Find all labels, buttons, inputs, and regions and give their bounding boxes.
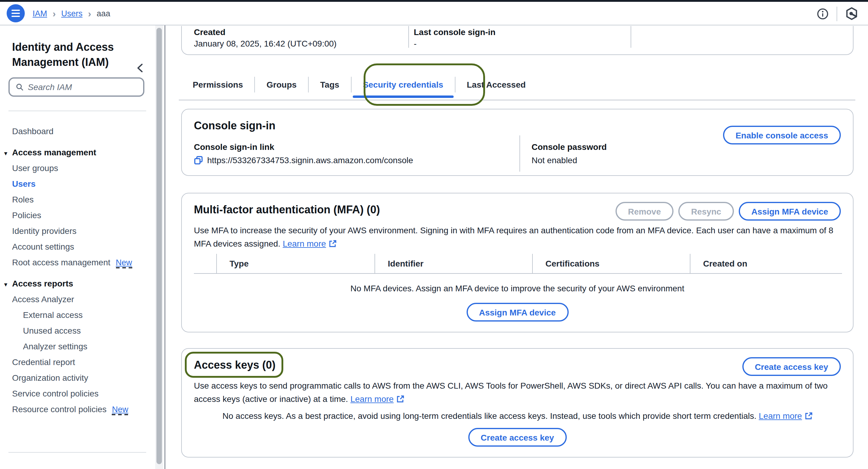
tabs-bottom-border xyxy=(179,100,855,100)
console-signin-card: Console sign-in Enable console access Co… xyxy=(181,109,854,176)
assign-mfa-device-button[interactable]: Assign MFA device xyxy=(739,202,841,221)
tab-permissions[interactable]: Permissions xyxy=(181,69,255,100)
mfa-col-type: Type xyxy=(216,254,374,273)
external-link-icon xyxy=(328,240,336,248)
sidebar-item-label: Resource control policies xyxy=(12,404,106,414)
last-signin-value: - xyxy=(414,39,496,48)
external-link-icon xyxy=(396,395,404,403)
mfa-learn-more-link[interactable]: Learn more xyxy=(283,239,336,248)
amazon-q-icon[interactable] xyxy=(845,7,858,21)
created-field: Created January 08, 2025, 16:42 (UTC+09:… xyxy=(194,27,336,48)
caret-down-icon xyxy=(3,275,8,293)
sidebar-item-identity-providers[interactable]: Identity providers xyxy=(0,223,151,239)
sidebar-item-account-settings[interactable]: Account settings xyxy=(0,239,151,255)
sidebar-section-label: Access reports xyxy=(12,279,73,288)
sidebar-scrollbar-thumb[interactable] xyxy=(156,28,162,464)
sidebar-item-unused-access[interactable]: Unused access xyxy=(0,323,151,339)
access-keys-description-text: Use access keys to send programmatic cal… xyxy=(194,381,828,404)
access-keys-title: Access keys (0) xyxy=(194,359,275,372)
sidebar-item-policies[interactable]: Policies xyxy=(0,207,151,223)
access-keys-card: Access keys (0) Create access key Use ac… xyxy=(181,348,854,458)
created-label: Created xyxy=(194,27,336,37)
new-badge[interactable]: New xyxy=(112,405,128,415)
column-divider xyxy=(520,136,520,172)
detail-tabs: Permissions Groups Tags Security credent… xyxy=(181,69,537,100)
learn-more-label: Learn more xyxy=(759,411,802,421)
resync-button[interactable]: Resync xyxy=(678,202,734,221)
last-signin-label: Last console sign-in xyxy=(414,27,496,37)
user-summary-card: Created January 08, 2025, 16:42 (UTC+09:… xyxy=(181,26,854,55)
main-content: Created January 08, 2025, 16:42 (UTC+09:… xyxy=(165,25,868,469)
sidebar-divider xyxy=(8,452,146,453)
sidebar-item-user-groups[interactable]: User groups xyxy=(0,160,151,176)
assign-mfa-device-empty-button[interactable]: Assign MFA device xyxy=(466,303,568,322)
last-signin-field: Last console sign-in - xyxy=(414,27,496,48)
sidebar-divider xyxy=(8,111,146,111)
access-keys-empty-text: No access keys. As a best practice, avoi… xyxy=(223,411,756,421)
chevron-right-icon xyxy=(88,9,91,19)
console-signin-link-value[interactable]: https://533267334753.signin.aws.amazon.c… xyxy=(207,155,413,165)
access-keys-learn-more-link[interactable]: Learn more xyxy=(350,394,404,404)
enable-console-access-button[interactable]: Enable console access xyxy=(723,126,841,144)
tab-groups[interactable]: Groups xyxy=(255,69,308,100)
sidebar-item-resource-control-policies[interactable]: Resource control policiesNew xyxy=(0,401,151,417)
sidebar-item-analyzer-settings[interactable]: Analyzer settings xyxy=(0,339,151,354)
search-input[interactable] xyxy=(28,82,137,92)
learn-more-label: Learn more xyxy=(350,394,394,404)
menu-button[interactable] xyxy=(7,4,25,22)
sidebar-item-credential-report[interactable]: Credential report xyxy=(0,354,151,370)
sidebar-item-users[interactable]: Users xyxy=(0,176,151,192)
column-divider xyxy=(630,26,631,48)
tab-security-credentials[interactable]: Security credentials xyxy=(351,69,455,100)
sidebar-item-dashboard[interactable]: Dashboard xyxy=(0,123,151,139)
mfa-col-created-on: Created on xyxy=(690,254,848,273)
access-keys-description: Use access keys to send programmatic cal… xyxy=(194,379,844,406)
sidebar-item-label: Root access management xyxy=(12,258,110,267)
search-icon xyxy=(16,82,24,92)
sidebar-title: Identity and Access Management (IAM) xyxy=(12,40,136,70)
tab-tags[interactable]: Tags xyxy=(309,69,351,100)
hamburger-icon xyxy=(11,9,20,11)
caret-down-icon xyxy=(3,144,8,162)
mfa-empty-state-text: No MFA devices. Assign an MFA device to … xyxy=(182,284,853,293)
copy-icon[interactable] xyxy=(194,156,203,165)
chevron-right-icon xyxy=(53,9,56,19)
create-access-key-button[interactable]: Create access key xyxy=(742,357,841,376)
table-header-underline xyxy=(194,273,842,274)
top-navigation-bar: IAM Users aaa xyxy=(0,2,868,25)
mfa-actions: Remove Resync Assign MFA device xyxy=(615,202,841,221)
create-access-key-empty-button[interactable]: Create access key xyxy=(468,428,567,447)
info-icon[interactable] xyxy=(817,7,829,20)
sidebar-item-access-analyzer[interactable]: Access Analyzer xyxy=(0,291,151,307)
console-password-label: Console password xyxy=(532,142,607,152)
collapse-sidebar-icon[interactable] xyxy=(136,63,144,76)
column-divider xyxy=(408,26,409,48)
sidebar-section-access-reports[interactable]: Access reports xyxy=(0,275,151,291)
console-signin-link-field: Console sign-in link https://53326733475… xyxy=(194,142,413,165)
sidebar-item-external-access[interactable]: External access xyxy=(0,307,151,323)
console-password-value: Not enabled xyxy=(532,155,607,165)
topnav-divider xyxy=(837,6,837,21)
mfa-col-identifier: Identifier xyxy=(374,254,533,273)
created-value: January 08, 2025, 16:42 (UTC+09:00) xyxy=(194,39,336,48)
access-keys-empty-learn-more-link[interactable]: Learn more xyxy=(759,411,812,421)
sidebar-item-roles[interactable]: Roles xyxy=(0,192,151,207)
sidebar-section-label: Access management xyxy=(12,147,96,157)
mfa-col-certifications: Certifications xyxy=(532,254,690,273)
topnav-actions xyxy=(817,2,858,25)
breadcrumb-link-iam[interactable]: IAM xyxy=(33,9,47,18)
sidebar-nav: Dashboard Access management User groups … xyxy=(0,123,151,417)
remove-button[interactable]: Remove xyxy=(615,202,674,221)
mfa-card: Multi-factor authentication (MFA) (0) Re… xyxy=(181,193,854,332)
sidebar-item-organization-activity[interactable]: Organization activity xyxy=(0,370,151,386)
sidebar-item-root-access-management[interactable]: Root access managementNew xyxy=(0,255,151,270)
breadcrumb-link-users[interactable]: Users xyxy=(61,9,83,18)
sidebar-item-service-control-policies[interactable]: Service control policies xyxy=(0,386,151,401)
external-link-icon xyxy=(804,412,812,420)
iam-console-page: IAM Users aaa xyxy=(0,0,868,469)
tab-last-accessed[interactable]: Last Accessed xyxy=(456,69,537,100)
sidebar-section-access-management[interactable]: Access management xyxy=(0,144,151,160)
search-box xyxy=(8,77,144,97)
sidebar: Identity and Access Management (IAM) Das… xyxy=(0,25,165,469)
new-badge[interactable]: New xyxy=(116,258,132,268)
